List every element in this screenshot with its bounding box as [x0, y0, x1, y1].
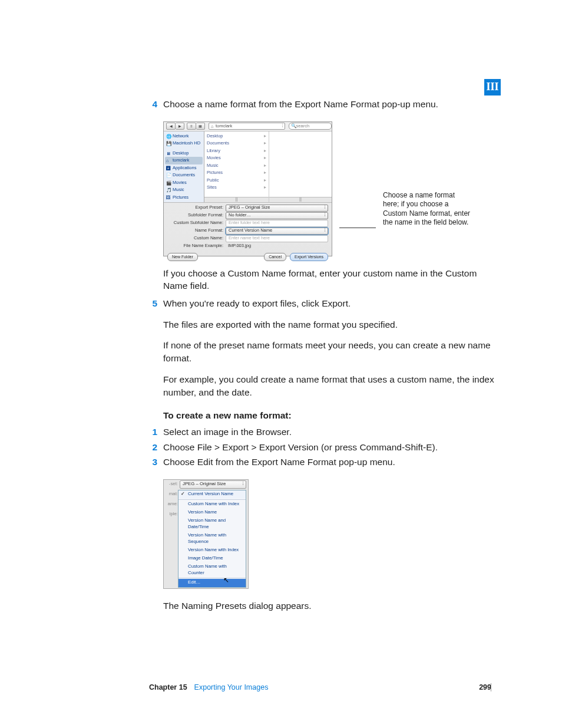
menu-item-version-name[interactable]: Version Name: [178, 509, 246, 517]
browser-column-2: ||: [269, 131, 332, 202]
nav-back-button[interactable]: ◀: [166, 123, 176, 130]
menu-item-version-datetime[interactable]: Version Name and Date/Time: [178, 517, 246, 532]
sidebar: 🌐Network 💾Macintosh HD 🖥Desktop ⌂tomclar…: [164, 131, 204, 202]
body-paragraph: If you choose a Custom Name format, ente…: [163, 267, 498, 292]
name-format-popup: -set: JPEG – Original Size⦙ mat: ame: ip…: [163, 479, 249, 589]
folder-library[interactable]: Library▸: [206, 147, 267, 155]
chevron-right-icon: ▸: [264, 140, 266, 147]
figure-callout: Choose a name format here; if you choose…: [383, 191, 471, 228]
scrollbar[interactable]: ||: [204, 197, 269, 202]
sidebar-item-music[interactable]: 🎵Music: [165, 186, 203, 194]
menu-item-version-sequence[interactable]: Version Name with Sequence: [178, 531, 246, 546]
chevron-right-icon: ▸: [264, 155, 266, 162]
sidebar-item-applications[interactable]: 🅰Applications: [165, 164, 203, 172]
procedure-heading: To create a new name format:: [163, 409, 498, 422]
body-paragraph: The files are exported with the name for…: [163, 318, 498, 331]
name-format-menu[interactable]: Current Version Name Custom Name with In…: [178, 490, 246, 588]
page-footer: Chapter 15 Exporting Your Images 299: [149, 683, 498, 693]
chevron-right-icon: ▸: [264, 170, 266, 176]
sidebar-item-network[interactable]: 🌐Network: [165, 133, 203, 140]
sidebar-item-movies[interactable]: 🎬Movies: [165, 179, 203, 187]
step-number: 1: [149, 426, 157, 439]
sidebar-item-tomclark[interactable]: ⌂tomclark: [165, 157, 203, 164]
folder-movies[interactable]: Movies▸: [206, 154, 267, 162]
search-placeholder: search: [296, 123, 310, 130]
sidebar-item-pictures[interactable]: 🖼Pictures: [165, 194, 203, 202]
chapter-title: Exporting Your Images: [194, 683, 269, 693]
search-icon: 🔍: [291, 123, 296, 130]
preset-label-trunc: -set:: [164, 481, 180, 487]
folder-music[interactable]: Music▸: [206, 162, 267, 170]
menu-item-current-version[interactable]: Current Version Name: [178, 490, 246, 499]
menu-item-custom-index[interactable]: Custom Name with Index: [178, 500, 246, 509]
menu-separator: [178, 499, 246, 500]
step-text: Choose a name format from the Export Nam…: [163, 98, 498, 111]
section-tab: III: [484, 79, 501, 95]
folder-documents[interactable]: Documents▸: [206, 140, 267, 147]
stepper-icon: ⦙: [325, 205, 325, 211]
view-list-button[interactable]: ≡: [187, 123, 196, 130]
custom-name-label: Custom Name:: [167, 235, 223, 242]
folder-public[interactable]: Public▸: [206, 177, 267, 185]
export-options: Export Preset:JPEG – Original Size⦙ Subf…: [164, 203, 332, 251]
apps-icon: 🅰: [166, 166, 171, 170]
subfolder-format-select[interactable]: No folder…⦙: [226, 212, 328, 219]
folder-desktop[interactable]: Desktop▸: [206, 133, 267, 140]
stepper-icon: ⦙: [282, 123, 283, 130]
chevron-right-icon: ▸: [264, 177, 266, 184]
path-selector[interactable]: ⌂ tomclark ⦙: [209, 123, 285, 130]
scrollbar[interactable]: ||: [269, 197, 332, 202]
example-label-trunc: iple:: [164, 511, 180, 518]
sidebar-item-documents[interactable]: 📄Documents: [165, 172, 203, 179]
export-preset-label: Export Preset:: [167, 205, 223, 211]
name-format-label: Name Format:: [167, 228, 223, 234]
folder-pictures[interactable]: Pictures▸: [206, 169, 267, 177]
custom-name-input[interactable]: Enter name text here: [226, 235, 328, 242]
desktop-icon: 🖥: [166, 151, 171, 156]
step-text: Choose File > Export > Export Version (o…: [163, 441, 498, 454]
chevron-right-icon: ▸: [264, 133, 266, 140]
search-field[interactable]: 🔍 search: [289, 123, 332, 130]
view-grid-button[interactable]: ▦: [196, 123, 205, 130]
browser-column-1: Desktop▸ Documents▸ Library▸ Movies▸ Mus…: [204, 131, 269, 202]
chevron-right-icon: ▸: [264, 148, 266, 154]
export-preset-select[interactable]: JPEG – Original Size⦙: [226, 205, 328, 212]
doc-icon: 📄: [166, 173, 171, 177]
menu-item-edit[interactable]: Edit…: [178, 579, 246, 587]
subfolder-format-label: Subfolder Format:: [167, 212, 223, 219]
callout-leader: [339, 228, 376, 229]
figure-export-dialog: ◀ ▶ ≡ ▦ ⌂ tomclark ⦙ 🔍 search: [163, 121, 498, 256]
step-2: 2 Choose File > Export > Export Version …: [149, 441, 498, 454]
new-folder-button[interactable]: New Folder: [167, 253, 198, 261]
disk-icon: 💾: [166, 141, 171, 146]
home-icon: ⌂: [166, 158, 171, 163]
nav-forward-button[interactable]: ▶: [176, 123, 184, 130]
dialog-toolbar: ◀ ▶ ≡ ▦ ⌂ tomclark ⦙ 🔍 search: [164, 122, 332, 131]
export-preset-select[interactable]: JPEG – Original Size⦙: [180, 480, 246, 489]
stepper-icon: ⦙: [325, 212, 325, 219]
sidebar-item-macintosh-hd[interactable]: 💾Macintosh HD: [165, 140, 203, 147]
body-paragraph: The Naming Presets dialog appears.: [163, 599, 498, 612]
custom-subfolder-input[interactable]: Enter folder text here: [226, 220, 328, 227]
body-paragraph: If none of the preset name formats meet …: [163, 339, 498, 364]
path-label: tomclark: [216, 123, 232, 130]
folder-sites[interactable]: Sites▸: [206, 184, 267, 192]
step-text: Select an image in the Browser.: [163, 426, 498, 439]
export-dialog: ◀ ▶ ≡ ▦ ⌂ tomclark ⦙ 🔍 search: [163, 121, 332, 256]
menu-separator: [178, 578, 246, 578]
step-text: When you're ready to export files, click…: [163, 297, 498, 310]
step-4: 4 Choose a name format from the Export N…: [149, 98, 498, 111]
step-number: 2: [149, 441, 157, 454]
step-number: 4: [149, 98, 157, 111]
chapter-number: Chapter 15: [149, 683, 187, 693]
sidebar-item-desktop[interactable]: 🖥Desktop: [165, 150, 203, 157]
file-name-example-label: File Name Example:: [167, 243, 223, 249]
file-name-example: IMP.003.jpg: [226, 243, 328, 249]
menu-item-custom-counter[interactable]: Custom Name with Counter: [178, 562, 246, 577]
cancel-button[interactable]: Cancel: [264, 253, 286, 261]
export-versions-button[interactable]: Export Versions: [290, 253, 328, 261]
menu-item-image-datetime[interactable]: Image Date/Time: [178, 554, 246, 562]
step-number: 3: [149, 456, 157, 469]
menu-item-version-index[interactable]: Version Name with Index: [178, 546, 246, 554]
name-format-select[interactable]: Current Version Name⦙: [226, 228, 328, 235]
